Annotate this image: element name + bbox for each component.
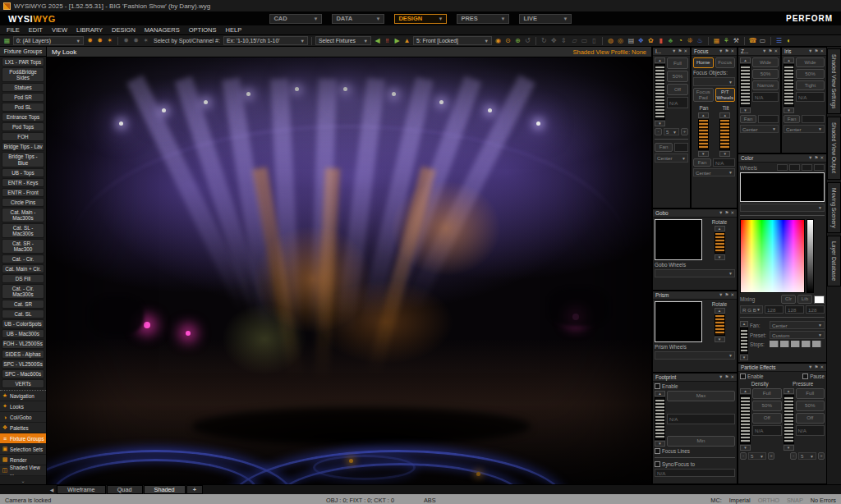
zoom-fan-field[interactable] — [758, 115, 779, 123]
error-indicator[interactable]: No Errors — [811, 497, 836, 504]
fixture-group-button[interactable]: Cat. SR - Mac300 — [2, 239, 44, 254]
prev-selection-icon[interactable]: ◀ — [373, 36, 382, 45]
worksheet-icon[interactable]: ▦ — [712, 36, 721, 45]
gobo-wheel-select[interactable]: ▼ — [655, 269, 735, 277]
prism-rotate-up[interactable]: ▲ — [715, 308, 725, 314]
color-fan-slider[interactable] — [740, 328, 748, 354]
focus-home-button[interactable]: Home — [693, 57, 714, 68]
gobo-rotate-up[interactable]: ▲ — [715, 226, 725, 231]
color-fan-select[interactable]: Center▼ — [770, 321, 825, 329]
pin-icon[interactable]: ⚑ — [724, 293, 728, 298]
slider-down-button[interactable]: ▼ — [784, 445, 794, 451]
footprint-min-button[interactable]: Min — [667, 436, 735, 447]
mixing-color-swatch[interactable] — [814, 296, 825, 304]
footprint-enable-checkbox[interactable] — [655, 383, 660, 389]
fixture-wash-icon[interactable]: ✸ — [95, 36, 104, 45]
slider-down-button[interactable]: ▼ — [740, 445, 751, 451]
slider-up-button[interactable]: ▲ — [655, 391, 665, 396]
fixture-group-button[interactable]: Pod SL — [2, 103, 44, 112]
fixture-group-button[interactable]: UB - Mac300s — [2, 329, 44, 338]
fixture-tool-1-icon[interactable]: ✹ — [122, 36, 131, 45]
gobo-preview[interactable] — [655, 219, 702, 260]
fixture-group-button[interactable]: Cat. SL - Mac300s — [2, 223, 44, 238]
focus-lines-checkbox[interactable] — [655, 448, 660, 454]
density-slider[interactable] — [740, 395, 751, 444]
tree-icon[interactable]: ♣ — [666, 36, 675, 45]
panel-menu-icon[interactable]: ▼ — [808, 49, 812, 54]
focus-fan-field[interactable]: N/A — [713, 158, 735, 167]
intensity-50-button[interactable]: 50% — [667, 71, 688, 82]
fan-slider-up[interactable]: ▲ — [740, 321, 748, 327]
fixture-beam-icon[interactable]: ✶ — [105, 36, 114, 45]
camera-reset-icon[interactable]: ↺ — [523, 36, 532, 45]
dmx-patch-icon[interactable]: ▤ — [627, 36, 636, 45]
fixture-group-button[interactable]: ENTR - Front — [2, 188, 44, 197]
density-step-minus[interactable]: - — [740, 452, 747, 460]
ortho-toggle[interactable]: ORTHO — [758, 497, 779, 504]
close-icon[interactable]: ✕ — [820, 49, 824, 54]
intensity-step-minus[interactable]: - — [655, 128, 662, 135]
iris-fan-field[interactable] — [802, 115, 825, 123]
footprint-max-button[interactable]: Max — [667, 391, 735, 401]
snowflake-icon[interactable]: ❊ — [686, 36, 695, 45]
close-icon[interactable]: ✕ — [730, 49, 734, 54]
color-wheel-select[interactable]: ▼ — [740, 204, 825, 212]
menu-item[interactable]: FILE — [7, 26, 20, 34]
tilt-wheel[interactable] — [719, 119, 730, 150]
right-dock-tab[interactable]: Shaded View Output — [827, 117, 841, 179]
sidebar-item-colgobo[interactable]: ◑ Col/Gobo — [0, 412, 46, 423]
units-indicator[interactable]: Imperial — [729, 497, 751, 504]
pressure-full-button[interactable]: Full — [796, 388, 825, 399]
pin-icon[interactable]: ⚑ — [814, 49, 818, 54]
tilt-up-button[interactable]: ▲ — [719, 112, 730, 118]
intensity-fan-field[interactable] — [674, 143, 688, 152]
dolly-icon[interactable]: ⇕ — [559, 36, 568, 45]
select-fixtures-button[interactable]: Select Fixtures▼ — [315, 36, 371, 45]
mode-tab-pres[interactable]: PRES▼ — [457, 14, 509, 24]
tab-scroll-left-icon[interactable]: ◀ — [48, 487, 56, 493]
view-top-icon[interactable]: ▭ — [580, 36, 589, 45]
add-view-tab-button[interactable]: + — [186, 485, 203, 494]
close-icon[interactable]: ✕ — [730, 375, 734, 380]
sync-focus-checkbox[interactable] — [655, 461, 660, 467]
camera-lock-icon[interactable]: ⊙ — [503, 36, 512, 45]
snap-toggle[interactable]: SNAP — [787, 497, 803, 504]
density-50-button[interactable]: 50% — [752, 401, 782, 411]
intensity-off-button[interactable]: Off — [667, 84, 688, 95]
slider-down-button[interactable]: ▼ — [655, 121, 665, 126]
fixture-group-button[interactable]: Bridge Tips - Lav — [2, 142, 44, 151]
abacus-icon[interactable]: ☰ — [774, 36, 784, 45]
fixture-group-button[interactable]: DS Fill — [2, 274, 44, 283]
footprint-value-field[interactable]: N/A — [667, 414, 735, 424]
panel-menu-icon[interactable]: ▼ — [719, 375, 723, 380]
right-dock-tab[interactable]: Shaded View Settings — [827, 48, 841, 114]
fixture-group-button[interactable]: Cat. Main + Cir. — [2, 264, 44, 273]
menu-item[interactable]: OPTIONS — [189, 26, 217, 34]
fixture-tool-3-icon[interactable]: ✶ — [141, 36, 150, 45]
menu-item[interactable]: EDIT — [29, 26, 43, 34]
slider-down-button[interactable]: ▼ — [784, 108, 794, 113]
intensity-slider[interactable] — [655, 64, 665, 120]
intensity-fan-button[interactable]: Fan — [655, 143, 673, 152]
prism-preview[interactable] — [655, 301, 702, 342]
color-g-field[interactable]: 128 — [785, 305, 804, 314]
gobo-rotate-down[interactable]: ▼ — [715, 254, 725, 260]
color-stop-segment[interactable] — [791, 341, 800, 347]
color-b-field[interactable]: 128 — [806, 305, 825, 314]
fixture-group-button[interactable]: SPC - VL2500Ss — [2, 360, 44, 369]
phone-icon[interactable]: ☎ — [748, 36, 757, 45]
pin-icon[interactable]: ⚑ — [724, 211, 728, 216]
color-r-field[interactable]: 128 — [765, 305, 784, 314]
mode-tab-design[interactable]: DESIGN▼ — [394, 14, 447, 24]
fixture-group-button[interactable]: Circle Pins — [2, 198, 44, 207]
ball-icon[interactable]: ◐ — [784, 36, 793, 45]
prism-wheel-select[interactable]: ▼ — [655, 351, 735, 360]
panel-menu-icon[interactable]: ▼ — [672, 49, 676, 54]
spot-channel-input[interactable]: Ex: '1-10,15'/'ch 1-10'▼ — [223, 36, 308, 45]
panel-menu-icon[interactable]: ▼ — [719, 293, 723, 298]
color-wheel-tab[interactable] — [789, 164, 800, 171]
fixture-group-button[interactable]: LX1 - PAR Tops — [2, 57, 44, 66]
pressure-step-select[interactable]: 5▼ — [798, 452, 816, 460]
camera-icon[interactable]: ◉ — [494, 36, 503, 45]
pin-icon[interactable]: ⚑ — [768, 49, 772, 54]
